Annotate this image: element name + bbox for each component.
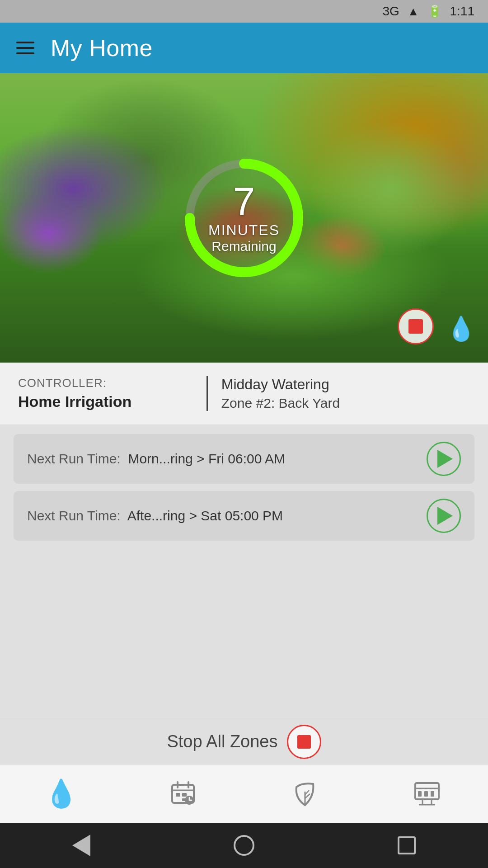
play-icon-2 [437, 507, 453, 525]
signal-icon: ▲ [408, 5, 419, 19]
battery-icon: 🔋 [427, 5, 442, 19]
svg-rect-18 [424, 791, 428, 797]
nav-item-leaf[interactable] [278, 771, 332, 816]
svg-rect-6 [176, 793, 180, 797]
controller-left: CONTROLLER: Home Irrigation [18, 376, 193, 411]
leaf-icon [293, 780, 318, 807]
recents-button[interactable] [389, 827, 425, 863]
controller-label: CONTROLLER: [18, 376, 184, 390]
controller-divider [206, 376, 208, 411]
play-button-1[interactable] [427, 442, 461, 476]
stop-all-section: Stop All Zones [0, 719, 488, 764]
schedule-icon [169, 780, 197, 807]
nav-item-schedule[interactable] [156, 771, 210, 816]
svg-rect-17 [418, 791, 422, 797]
hero-section: 7 MINUTES Remaining 💧 [0, 73, 488, 363]
timer-text: 7 MINUTES Remaining [208, 182, 280, 254]
next-run-value-2: Afte...ring > Sat 05:00 PM [127, 508, 283, 523]
svg-rect-7 [182, 793, 187, 797]
back-button[interactable] [63, 827, 99, 863]
schedule-item-2: Next Run Time: Afte...ring > Sat 05:00 P… [14, 491, 474, 541]
nav-item-controller[interactable] [400, 771, 454, 816]
menu-button[interactable] [16, 42, 34, 54]
play-icon-1 [437, 450, 453, 468]
clock: 1:11 [450, 4, 475, 19]
next-run-value-1: Morn...ring > Fri 06:00 AM [128, 451, 285, 466]
stop-all-button[interactable] [287, 725, 321, 759]
app-bar: My Home [0, 23, 488, 73]
play-button-2[interactable] [427, 499, 461, 533]
back-icon [72, 835, 90, 856]
stop-all-icon [297, 735, 311, 749]
schedule-name: Midday Watering [221, 376, 470, 393]
stop-icon [408, 319, 423, 334]
schedule-item-1: Next Run Time: Morn...ring > Fri 06:00 A… [14, 434, 474, 484]
home-icon [234, 835, 254, 856]
timer-minutes-label: MINUTES [208, 222, 280, 239]
controller-name: Home Irrigation [18, 393, 184, 410]
controller-section: CONTROLLER: Home Irrigation Midday Water… [0, 363, 488, 425]
next-run-label-2: Next Run Time: [27, 508, 121, 523]
signal-indicator: 3G [382, 4, 399, 19]
svg-rect-19 [431, 791, 434, 797]
home-button[interactable] [226, 827, 262, 863]
bottom-nav: 💧 [0, 764, 488, 823]
timer-remaining-label: Remaining [208, 239, 280, 254]
controller-board-icon [413, 781, 441, 806]
hero-stop-button[interactable] [398, 308, 434, 344]
recents-icon [398, 836, 416, 854]
next-run-label-1: Next Run Time: [27, 451, 121, 466]
stop-all-label: Stop All Zones [167, 732, 277, 751]
nav-item-water[interactable]: 💧 [34, 771, 88, 816]
system-nav-bar [0, 823, 488, 868]
hero-water-drop: 💧 [447, 313, 474, 344]
schedule-text-2: Next Run Time: Afte...ring > Sat 05:00 P… [27, 508, 427, 524]
water-drop-icon: 💧 [44, 778, 78, 810]
schedule-list: Next Run Time: Morn...ring > Fri 06:00 A… [0, 425, 488, 719]
timer-minutes: 7 [208, 182, 280, 222]
controller-right: Midday Watering Zone #2: Back Yard [221, 376, 470, 411]
schedule-text-1: Next Run Time: Morn...ring > Fri 06:00 A… [27, 451, 427, 467]
zone-name: Zone #2: Back Yard [221, 396, 470, 411]
app-title: My Home [51, 34, 153, 61]
timer-container: 7 MINUTES Remaining [181, 155, 307, 281]
status-bar: 3G ▲ 🔋 1:11 [0, 0, 488, 23]
